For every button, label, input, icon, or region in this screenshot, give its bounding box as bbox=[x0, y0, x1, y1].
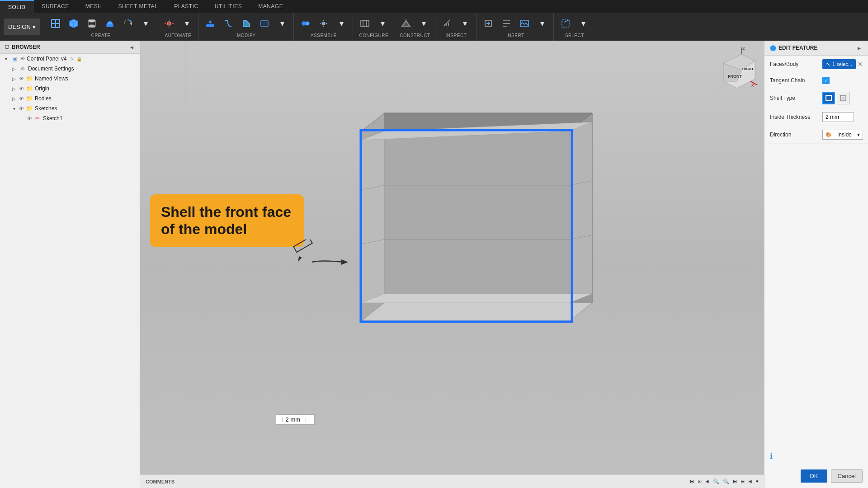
tree-root[interactable]: ▾ ▣ 👁 Control Panel v4 R 🔒 bbox=[0, 54, 140, 64]
construct-btn[interactable] bbox=[398, 15, 414, 32]
configure-btn[interactable] bbox=[357, 15, 373, 32]
status-icon-4[interactable]: 🔍 bbox=[713, 479, 719, 484]
svg-text:RIGHT: RIGHT bbox=[742, 67, 754, 71]
sketch1-vis[interactable]: 👁 bbox=[27, 116, 32, 121]
automate-group: ▾ AUTOMATE bbox=[158, 13, 198, 41]
dim-bar-icon: | bbox=[282, 417, 283, 422]
tree-named-views[interactable]: ▷ 👁 📁 Named Views bbox=[8, 74, 140, 84]
insert-img-btn[interactable] bbox=[516, 15, 533, 32]
tab-plastic[interactable]: PLASTIC bbox=[166, 0, 207, 13]
modify-more-btn[interactable]: ▾ bbox=[274, 15, 291, 32]
more-create-btn[interactable]: ▾ bbox=[138, 15, 154, 32]
status-icon-6[interactable]: ⊞ bbox=[733, 479, 737, 484]
shell-btn[interactable] bbox=[256, 15, 273, 32]
bottom-dimension-label: | 2 mm ⋮ bbox=[276, 414, 315, 425]
joint-btn[interactable] bbox=[297, 15, 314, 32]
extrude-btn[interactable] bbox=[102, 15, 118, 32]
design-button[interactable]: DESIGN ▾ bbox=[4, 19, 40, 35]
namedviews-vis[interactable]: 👁 bbox=[19, 76, 24, 81]
create-label: CREATE bbox=[91, 33, 110, 38]
dim-more-icon[interactable]: ⋮ bbox=[303, 416, 309, 423]
tree-sketches[interactable]: ▾ 👁 📁 Sketches bbox=[8, 103, 140, 113]
ok-button[interactable]: OK bbox=[801, 469, 827, 483]
insert-svg-btn[interactable] bbox=[480, 15, 496, 32]
svg-point-5 bbox=[88, 25, 95, 28]
sidebar-collapse-btn[interactable]: ◂ bbox=[128, 43, 135, 51]
select-label: SELECT bbox=[565, 33, 584, 38]
tab-utilities[interactable]: UTILITIES bbox=[207, 0, 250, 13]
status-icon-5[interactable]: 🔍 bbox=[723, 479, 729, 484]
svg-point-4 bbox=[88, 19, 95, 22]
info-button[interactable]: ℹ bbox=[770, 452, 773, 460]
root-toggle[interactable]: ▾ bbox=[3, 56, 9, 62]
tab-mesh[interactable]: MESH bbox=[77, 0, 110, 13]
bodies-vis[interactable]: 👁 bbox=[19, 96, 24, 101]
tab-manage[interactable]: MANAGE bbox=[250, 0, 291, 13]
automate-btn[interactable] bbox=[161, 15, 177, 32]
configure-more-btn[interactable]: ▾ bbox=[375, 15, 391, 32]
status-icon-2[interactable]: ⊡ bbox=[698, 479, 702, 484]
insert-dxf-btn[interactable] bbox=[498, 15, 514, 32]
inspect-more-btn[interactable]: ▾ bbox=[457, 15, 473, 32]
origin-toggle[interactable]: ▷ bbox=[11, 85, 17, 92]
tree-origin[interactable]: ▷ 👁 📁 Origin bbox=[8, 84, 140, 94]
chamfer-btn[interactable] bbox=[238, 15, 255, 32]
panel-action-buttons: OK Cancel bbox=[764, 464, 868, 488]
panel-collapse-btn[interactable]: ▸ bbox=[856, 44, 863, 52]
shell-type-btn1[interactable] bbox=[822, 92, 835, 104]
revolve-btn[interactable] bbox=[120, 15, 136, 32]
sketches-toggle[interactable]: ▾ bbox=[11, 105, 17, 112]
tree-document-settings[interactable]: ▷ ⚙ Document Settings bbox=[8, 64, 140, 74]
origin-vis[interactable]: 👁 bbox=[19, 86, 24, 91]
tree-sketch1[interactable]: ▷ 👁 ✏ Sketch1 bbox=[16, 113, 140, 123]
svg-point-14 bbox=[322, 22, 325, 25]
status-icon-3[interactable]: ⊞ bbox=[705, 479, 709, 484]
select-filter-btn[interactable] bbox=[557, 15, 574, 32]
construct-more-btn[interactable]: ▾ bbox=[416, 15, 432, 32]
viewport[interactable]: 2 Shell the front face of the model bbox=[140, 41, 764, 488]
svg-point-12 bbox=[302, 22, 306, 25]
fillet-btn[interactable] bbox=[220, 15, 236, 32]
new-sketch-btn[interactable] bbox=[47, 15, 64, 32]
direction-dropdown[interactable]: 🎨 Inside ▾ bbox=[822, 130, 863, 140]
bodies-toggle[interactable]: ▷ bbox=[11, 95, 17, 102]
direction-arrow: ▾ bbox=[857, 131, 860, 138]
insert-group: ▾ INSERT bbox=[477, 13, 554, 41]
automate-more-btn[interactable]: ▾ bbox=[179, 15, 195, 32]
svg-marker-33 bbox=[362, 303, 592, 321]
assemble-more-btn[interactable]: ▾ bbox=[334, 15, 350, 32]
status-icon-1[interactable]: ⊞ bbox=[690, 479, 694, 484]
press-pull-btn[interactable] bbox=[202, 15, 218, 32]
move-btn[interactable] bbox=[316, 15, 332, 32]
inside-thickness-input[interactable] bbox=[822, 112, 854, 122]
status-icon-8[interactable]: ⊞ bbox=[748, 479, 752, 484]
measure-btn[interactable] bbox=[439, 15, 455, 32]
select-more-btn[interactable]: ▾ bbox=[576, 15, 592, 32]
namedviews-toggle[interactable]: ▷ bbox=[11, 75, 17, 82]
direction-value: 🎨 Inside ▾ bbox=[822, 130, 863, 140]
clear-selection-btn[interactable]: ✕ bbox=[858, 61, 863, 68]
cylinder-btn[interactable] bbox=[84, 15, 100, 32]
instruction-text: Shell the front face of the model bbox=[161, 203, 293, 238]
sketch1-icon: ✏ bbox=[34, 115, 41, 122]
insert-more-btn[interactable]: ▾ bbox=[534, 15, 551, 32]
root-vis[interactable]: 👁 bbox=[20, 56, 25, 61]
orientation-cube[interactable]: FRONT RIGHT Z X bbox=[714, 45, 760, 90]
box-btn[interactable] bbox=[66, 15, 82, 32]
sketch1-label: Sketch1 bbox=[43, 115, 62, 122]
cancel-button[interactable]: Cancel bbox=[831, 469, 863, 483]
create-group: ▾ CREATE bbox=[45, 13, 157, 41]
tab-surface[interactable]: SURFACE bbox=[34, 0, 77, 13]
status-icon-7[interactable]: ⊟ bbox=[741, 479, 745, 484]
status-icon-9[interactable]: ▾ bbox=[756, 479, 759, 484]
tab-sheet-metal[interactable]: SHEET METAL bbox=[110, 0, 166, 13]
svg-point-13 bbox=[306, 22, 309, 25]
tab-solid[interactable]: SOLID bbox=[0, 0, 34, 13]
shell-type-btn2[interactable] bbox=[837, 92, 849, 104]
svg-marker-53 bbox=[341, 259, 348, 265]
tangent-chain-checkbox[interactable]: ✓ bbox=[822, 77, 830, 84]
tree-bodies[interactable]: ▷ 👁 📁 Bodies bbox=[8, 94, 140, 103]
faces-select-button[interactable]: ↖ 1 selec... bbox=[822, 59, 856, 69]
doc-toggle[interactable]: ▷ bbox=[11, 66, 17, 72]
sketches-vis[interactable]: 👁 bbox=[19, 106, 24, 111]
